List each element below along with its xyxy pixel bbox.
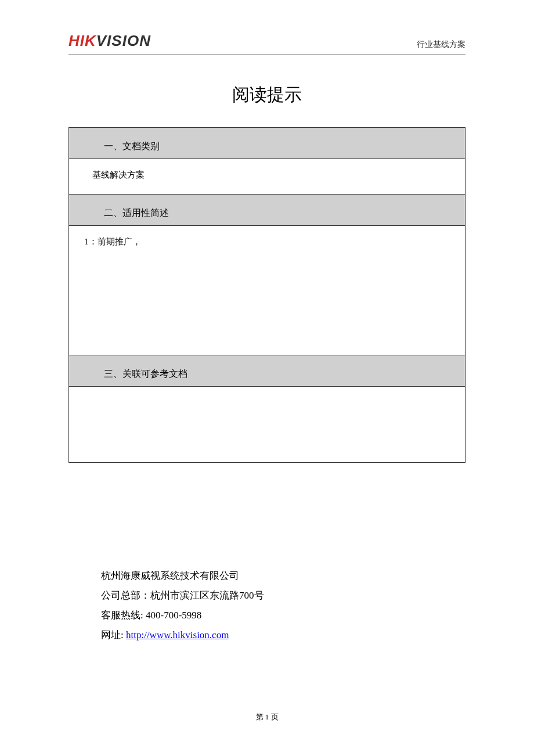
page-title: 阅读提示	[68, 83, 466, 107]
url-label: 网址:	[101, 629, 126, 640]
company-hotline: 客服热线: 400-700-5998	[101, 606, 466, 625]
company-name: 杭州海康威视系统技术有限公司	[101, 566, 466, 586]
document-page: HIKVISION 行业基线方案 阅读提示 一、文档类别 基线解决方案 二、适用…	[0, 0, 534, 756]
company-url: 网址: http://www.hikvision.com	[101, 625, 466, 645]
section-content-3	[69, 387, 465, 462]
company-info: 杭州海康威视系统技术有限公司 公司总部：杭州市滨江区东流路700号 客服热线: …	[101, 566, 466, 645]
hikvision-logo: HIKVISION	[68, 32, 151, 50]
page-header: HIKVISION 行业基线方案	[68, 32, 466, 55]
section-header-2: 二、适用性简述	[69, 194, 465, 226]
hotline-label: 客服热线:	[101, 610, 146, 621]
section-content-1: 基线解决方案	[69, 159, 465, 194]
section-header-1: 一、文档类别	[69, 128, 465, 159]
section-header-3: 三、关联可参考文档	[69, 355, 465, 387]
hotline-value: 400-700-5998	[146, 610, 201, 621]
website-link[interactable]: http://www.hikvision.com	[126, 629, 229, 640]
header-right-text: 行业基线方案	[417, 39, 466, 50]
logo-hik-text: HIK	[68, 32, 96, 49]
company-hq: 公司总部：杭州市滨江区东流路700号	[101, 586, 466, 606]
info-table: 一、文档类别 基线解决方案 二、适用性简述 1：前期推广， 三、关联可参考文档	[68, 127, 466, 463]
hq-value: 杭州市滨江区东流路700号	[150, 590, 264, 601]
logo-vision-text: VISION	[96, 32, 151, 49]
page-number: 第 1 页	[0, 712, 534, 722]
hq-label: 公司总部：	[101, 590, 150, 601]
section-content-2: 1：前期推广，	[69, 226, 465, 355]
